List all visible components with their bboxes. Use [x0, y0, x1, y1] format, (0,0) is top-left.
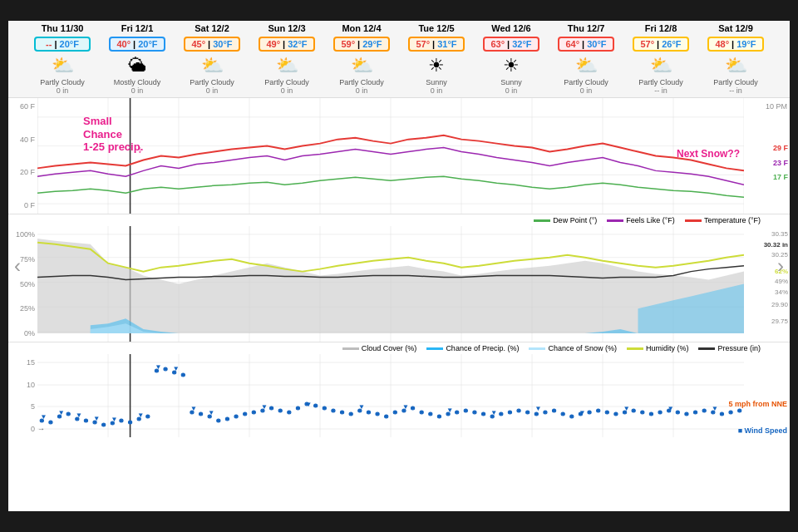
svg-text:▼: ▼ [40, 413, 47, 421]
svg-point-54 [84, 419, 87, 422]
svg-point-78 [296, 406, 299, 410]
svg-point-56 [102, 423, 106, 426]
svg-text:▼: ▼ [76, 411, 82, 419]
svg-point-91 [411, 406, 414, 410]
svg-text:▼: ▼ [305, 401, 312, 408]
svg-text:▼: ▼ [111, 416, 117, 423]
day-condition: Partly Cloudy [326, 78, 397, 86]
svg-text:▼: ▼ [623, 405, 629, 412]
pressure-label-1: 30.35 [771, 230, 788, 238]
legend-color-swatch [426, 347, 443, 350]
svg-point-69 [217, 419, 220, 422]
days-header: Thu 11/30 -- | 20°F ⛅ Partly Cloudy 0 in… [8, 21, 790, 98]
annotation-next-snow: Next Snow?? [677, 148, 740, 160]
svg-point-111 [588, 411, 591, 414]
temp-low: 26°F [662, 39, 681, 49]
svg-point-107 [552, 409, 555, 412]
day-column-fri-121: Fri 12/1 40° | 20°F 🌥 Mostly Cloudy 0 in [100, 21, 175, 97]
svg-text:▼: ▼ [358, 403, 365, 411]
svg-point-70 [225, 417, 229, 421]
svg-point-121 [676, 411, 679, 414]
day-icon: ⛅ [326, 55, 397, 76]
day-title: Thu 11/30 [27, 23, 98, 33]
day-title: Sat 12/9 [700, 23, 771, 33]
legend-label: Pressure (in) [717, 344, 761, 352]
annotation-small-chance: SmallChance1-25 precip. [83, 115, 143, 154]
temp-right-label-1: 29 F [773, 144, 788, 152]
wind-speed-label: 5 mph from NNE [728, 400, 787, 408]
pressure-label-2: 30.32 in [764, 241, 788, 249]
legend-color-swatch [685, 219, 702, 222]
temp-legend: Dew Point (°)Feels Like (°F)Temperature … [8, 214, 790, 226]
day-icon: ☀ [401, 55, 472, 76]
svg-point-98 [473, 411, 476, 414]
svg-point-118 [649, 412, 653, 416]
day-precip: 0 in [475, 86, 547, 95]
svg-point-113 [605, 411, 608, 414]
temp-high: 48° [715, 39, 729, 49]
legend-label: Cloud Cover (%) [362, 344, 417, 352]
svg-point-63 [164, 367, 167, 371]
day-precip: 0 in [326, 86, 397, 95]
svg-point-61 [146, 415, 150, 418]
temp-low: 29°F [362, 39, 382, 49]
temp-high: 40° [116, 39, 131, 49]
svg-point-71 [234, 415, 238, 418]
wind-direction-arrow: → [37, 425, 45, 433]
day-title: Fri 12/1 [101, 23, 173, 33]
svg-point-97 [464, 409, 467, 412]
time-label: 10 PM [766, 102, 787, 111]
svg-point-101 [500, 412, 503, 416]
pressure-label-6: 29.90 [771, 301, 788, 308]
pressure-label-5: 34% [775, 288, 788, 296]
legend-item: Cloud Cover (%) [342, 344, 417, 352]
svg-text:▼: ▼ [57, 409, 64, 416]
nav-next-arrow[interactable]: › [773, 250, 788, 282]
day-temp-box: 48° | 19°F [707, 37, 765, 52]
wind-chart-svg: ▼ ▼ ▼ ▼ ▼ ▼ ▼ ▼ ▼ ▼ ▼ ▼ ▼ ▼ ▼ [37, 354, 744, 437]
day-temp-box: 57° | 31°F [408, 37, 466, 52]
svg-point-65 [181, 373, 185, 377]
day-condition: Partly Cloudy [700, 78, 771, 86]
svg-text:▼: ▼ [137, 411, 144, 419]
svg-point-50 [49, 421, 52, 424]
day-title: Mon 12/4 [326, 23, 397, 33]
day-icon: ⛅ [176, 55, 248, 76]
day-title: Sun 12/3 [251, 23, 323, 33]
svg-point-104 [526, 411, 530, 414]
legend-label: Dew Point (°) [553, 216, 597, 224]
day-temp-box: 57° | 26°F [633, 37, 690, 52]
temp-low: 32°F [288, 39, 307, 49]
legend-item: Chance of Snow (%) [529, 344, 617, 352]
svg-point-116 [632, 409, 635, 412]
svg-point-124 [702, 409, 706, 412]
humid-legend: Cloud Cover (%)Chance of Precip. (%)Chan… [8, 342, 790, 354]
svg-point-75 [269, 406, 273, 410]
day-precip: 0 in [251, 86, 323, 95]
temp-low: 32°F [512, 39, 531, 49]
svg-point-67 [199, 412, 202, 416]
weather-dashboard: ‹ › Thu 11/30 -- | 20°F ⛅ Partly Cloudy … [8, 21, 790, 511]
charts-area: SmallChance1-25 precip. ↓ Next Snow?? 10… [8, 98, 790, 437]
day-column-wed-126: Wed 12/6 63° | 32°F ☀ Sunny 0 in [474, 21, 549, 97]
nav-prev-arrow[interactable]: ‹ [10, 250, 25, 282]
svg-point-82 [332, 409, 335, 412]
svg-point-96 [456, 411, 459, 414]
svg-text:▼: ▼ [261, 403, 268, 411]
svg-text:▼: ▼ [93, 415, 100, 422]
day-column-tue-125: Tue 12/5 57° | 31°F ☀ Sunny 0 in [399, 21, 474, 97]
temp-chart-svg-container [37, 98, 744, 214]
svg-point-117 [641, 411, 644, 414]
svg-point-76 [278, 409, 282, 412]
svg-point-112 [597, 409, 600, 412]
day-icon: 🌥 [101, 55, 173, 76]
svg-text:▼: ▼ [667, 405, 674, 412]
day-precip: 0 in [101, 86, 173, 95]
day-icon: ☀ [475, 55, 547, 76]
svg-point-80 [314, 404, 318, 407]
day-condition: Partly Cloudy [625, 78, 697, 86]
temp-y-axis: 60 F 40 F 20 F 0 F [8, 98, 37, 214]
legend-item: Temperature (°F) [685, 216, 761, 224]
temperature-chart: SmallChance1-25 precip. ↓ Next Snow?? 10… [8, 98, 790, 214]
day-icon: ⛅ [550, 55, 622, 76]
